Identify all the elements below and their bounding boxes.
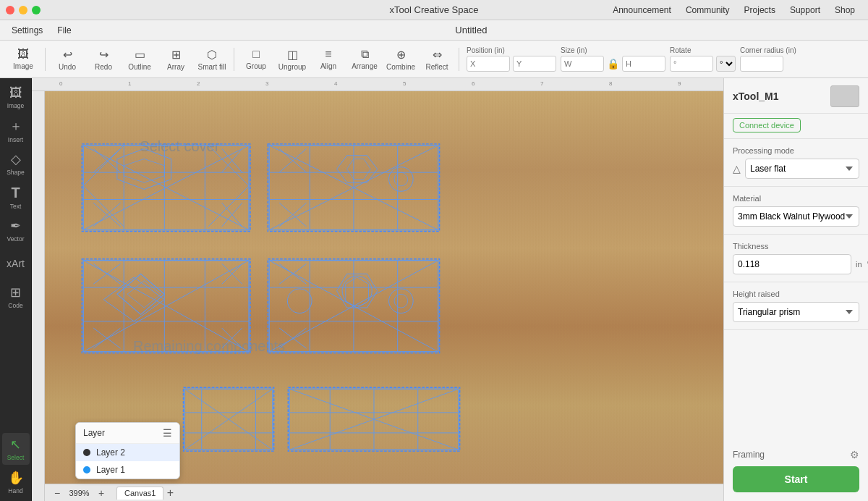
y-input[interactable] (513, 56, 556, 72)
window-title: xTool Creative Space (390, 4, 479, 15)
code-sidebar-label: Code (8, 302, 22, 309)
array-icon: ⊞ (171, 48, 181, 62)
sidebar-item-image[interactable]: 🖼 Image (2, 81, 30, 113)
sidebar-item-text[interactable]: T Text (2, 181, 30, 213)
ruler-mark-2: 2 (197, 80, 200, 87)
select-sidebar-label: Select (7, 454, 25, 461)
layer-panel-title: Layer (83, 428, 105, 438)
vector-sidebar-label: Vector (7, 235, 24, 243)
layer-item-2[interactable]: Layer 2 (76, 444, 179, 461)
sidebar-item-vector[interactable]: ✒ Vector (2, 214, 30, 246)
text-sidebar-icon: T (11, 185, 20, 201)
thickness-unit: in (856, 260, 862, 269)
h-input[interactable] (622, 56, 665, 72)
laser-flat-icon: △ (733, 163, 741, 174)
nav-projects[interactable]: Projects (737, 5, 783, 15)
redo-btn[interactable]: ↪ Redo (86, 43, 121, 75)
image-sidebar-label: Image (7, 102, 25, 109)
canvas-bottom-bar: − 399% + Canvas1 + (45, 484, 723, 501)
group-btn[interactable]: □ Group (239, 43, 273, 75)
connect-device-button[interactable]: Connect device (733, 118, 801, 132)
image-tool-btn[interactable]: 🖼 Image (6, 43, 41, 75)
nav-community[interactable]: Community (678, 5, 737, 15)
array-label: Array (167, 63, 184, 71)
smart-fill-btn[interactable]: ⬡ Smart fill (195, 43, 229, 75)
nav-announcement[interactable]: Announcement (605, 5, 678, 15)
sidebar-item-shape[interactable]: ◇ Shape (2, 148, 30, 180)
separator-2 (234, 48, 234, 71)
outline-label: Outline (128, 63, 151, 71)
menu-file[interactable]: File (51, 23, 77, 38)
sidebar-item-hand[interactable]: ✋ Hand (2, 466, 30, 498)
arrange-label: Arrange (352, 62, 378, 70)
material-select[interactable]: 3mm Black Walnut Plywood (733, 206, 859, 227)
material-label: Material (733, 194, 859, 203)
arrange-btn[interactable]: ⧉ Arrange (347, 43, 382, 75)
reflect-btn[interactable]: ⇔ Reflect (420, 43, 454, 75)
w-input[interactable] (561, 56, 604, 72)
align-label: Align (320, 62, 336, 70)
canvas-area[interactable]: 0 1 2 3 4 5 6 7 8 9 Select cover Remaini… (32, 78, 723, 501)
zoom-out-button[interactable]: − (51, 487, 64, 500)
thickness-input[interactable]: 0.118 (733, 254, 851, 274)
align-btn[interactable]: ≡ Align (311, 43, 346, 75)
menu-settings[interactable]: Settings (6, 23, 48, 38)
title-bar: xTool Creative Space Announcement Commun… (0, 0, 868, 20)
zoom-in-button[interactable]: + (95, 487, 108, 500)
layer-item-1[interactable]: Layer 1 (76, 461, 179, 479)
size-label: Size (in) (561, 46, 665, 54)
undo-btn[interactable]: ↩ Undo (50, 43, 85, 75)
maximize-button[interactable] (32, 6, 41, 14)
menu-bar: Settings File Untitled (0, 20, 868, 41)
image-sidebar-icon: 🖼 (9, 85, 22, 101)
ruler-mark-9: 9 (678, 80, 681, 87)
framing-row: Framing ⚙ (724, 443, 868, 466)
hand-sidebar-icon: ✋ (8, 470, 24, 486)
outline-btn[interactable]: ▭ Outline (122, 43, 157, 75)
add-canvas-button[interactable]: + (163, 487, 176, 500)
vector-sidebar-icon: ✒ (10, 218, 21, 234)
nav-support[interactable]: Support (783, 5, 827, 15)
thickness-section: Thickness 0.118 in ✎ (724, 235, 868, 282)
tab-bar: Canvas1 + (116, 487, 176, 500)
layer-2-dot (83, 449, 90, 456)
sidebar-item-xart[interactable]: xArt (2, 248, 30, 279)
sidebar-item-select[interactable]: ↖ Select (2, 433, 30, 465)
start-button[interactable]: Start (733, 466, 859, 492)
combine-btn[interactable]: ⊕ Combine (383, 43, 418, 75)
layer-1-label: Layer 1 (96, 465, 125, 475)
canvas-tab-1[interactable]: Canvas1 (116, 487, 163, 500)
group-label: Group (246, 62, 266, 70)
ruler-horizontal: 0 1 2 3 4 5 6 7 8 9 (32, 78, 723, 91)
rotate-input[interactable] (670, 56, 713, 72)
height-raised-select[interactable]: Triangular prism (733, 302, 859, 322)
framing-gear-icon[interactable]: ⚙ (850, 449, 859, 460)
height-raised-label: Height raised (733, 290, 859, 298)
processing-mode-select[interactable]: Laser flat (745, 159, 859, 179)
framing-label: Framing (733, 450, 765, 460)
minimize-button[interactable] (19, 6, 27, 14)
lock-icon: 🔒 (607, 58, 619, 70)
nav-shop[interactable]: Shop (827, 5, 862, 15)
layer-menu-button[interactable]: ☰ (163, 427, 172, 439)
close-button[interactable] (6, 6, 14, 14)
ruler-mark-1: 1 (128, 80, 131, 87)
processing-mode-section: Processing mode △ Laser flat (724, 139, 868, 187)
corner-input[interactable] (740, 56, 783, 72)
ungroup-btn[interactable]: ◫ Ungroup (275, 43, 310, 75)
corner-label: Corner radius (in) (740, 46, 796, 54)
combine-label: Combine (386, 63, 415, 71)
smart-fill-label: Smart fill (198, 63, 226, 71)
smart-fill-icon: ⬡ (207, 48, 217, 62)
toolbar: 🖼 Image ↩ Undo ↪ Redo ▭ Outline ⊞ Array … (0, 41, 868, 78)
xart-sidebar-icon: xArt (7, 258, 25, 269)
x-input[interactable] (467, 56, 510, 72)
array-btn[interactable]: ⊞ Array (158, 43, 193, 75)
size-field-group: Size (in) 🔒 (561, 46, 665, 72)
undo-icon: ↩ (63, 48, 72, 62)
ruler-mark-0: 0 (59, 80, 62, 87)
sidebar-item-code[interactable]: ⊞ Code (2, 281, 30, 313)
rotate-select[interactable]: ° (716, 56, 736, 72)
sidebar-item-insert[interactable]: ＋ Insert (2, 114, 30, 146)
separator-3 (459, 48, 459, 71)
